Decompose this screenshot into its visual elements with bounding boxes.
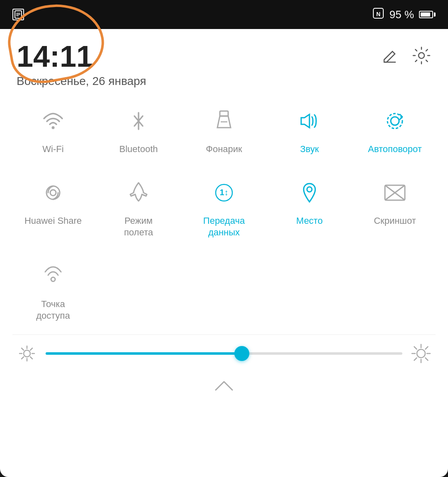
hotspot-label: Точкадоступа	[36, 298, 70, 322]
flashlight-icon	[207, 104, 241, 138]
header-actions	[381, 46, 431, 65]
huawei-share-icon	[37, 176, 70, 209]
svg-line-37	[426, 358, 428, 360]
battery-percentage: 95 %	[390, 8, 414, 21]
bluetooth-icon	[122, 104, 155, 138]
svg-point-8	[52, 126, 55, 129]
airplane-label: Режимполета	[124, 215, 153, 239]
status-bar: N 95 %	[0, 0, 448, 29]
screenshot-label: Скриншот	[374, 215, 416, 227]
sound-label: Звук	[300, 143, 319, 155]
data-transfer-toggle[interactable]: 1↕ Передачаданных	[183, 172, 265, 243]
svg-line-29	[30, 348, 32, 350]
svg-rect-9	[220, 111, 228, 116]
bluetooth-label: Bluetooth	[119, 143, 158, 155]
panel-header: 14:11 Воскресенье, 26 января	[0, 29, 448, 96]
wifi-icon	[37, 104, 70, 138]
quick-settings-row1: Wi-Fi Bluetooth Фонарик	[0, 96, 448, 168]
brightness-slider[interactable]	[46, 345, 402, 362]
status-right: N 95 %	[372, 7, 436, 22]
clock-date: Воскресенье, 26 января	[17, 75, 146, 88]
edit-button[interactable]	[381, 46, 399, 65]
hotspot-toggle[interactable]: Точкадоступа	[12, 255, 94, 326]
file-icon	[12, 9, 24, 20]
svg-text:1↕: 1↕	[219, 188, 228, 197]
screenshot-icon	[378, 176, 411, 209]
location-icon	[293, 176, 326, 209]
wifi-label: Wi-Fi	[42, 143, 63, 155]
svg-point-12	[391, 117, 399, 125]
hotspot-icon	[37, 259, 70, 293]
wifi-toggle[interactable]: Wi-Fi	[12, 100, 94, 160]
svg-point-14	[50, 190, 56, 196]
status-left	[12, 9, 24, 20]
screenshot-toggle[interactable]: Скриншот	[354, 172, 436, 243]
huawei-share-label: Huawei Share	[24, 215, 82, 227]
flashlight-toggle[interactable]: Фонарик	[183, 100, 265, 160]
brightness-max-icon	[411, 343, 431, 364]
flashlight-label: Фонарик	[206, 143, 242, 155]
location-label: Место	[296, 215, 323, 227]
data-transfer-icon: 1↕	[207, 176, 241, 209]
notification-panel: 14:11 Воскресенье, 26 января	[0, 29, 448, 477]
svg-line-39	[414, 358, 417, 360]
svg-line-30	[22, 357, 24, 359]
nfc-icon: N	[372, 7, 385, 22]
brightness-row	[0, 335, 448, 372]
svg-point-7	[419, 53, 424, 58]
svg-line-38	[426, 346, 428, 349]
autorotate-icon	[378, 104, 411, 138]
brightness-thumb[interactable]	[234, 346, 249, 361]
huawei-share-toggle[interactable]: Huawei Share	[12, 172, 94, 243]
clock-time: 14:11	[17, 41, 146, 71]
svg-text:N: N	[376, 11, 380, 17]
airplane-toggle[interactable]: Режимполета	[98, 172, 179, 243]
chevron-up-icon	[214, 378, 234, 396]
svg-point-17	[307, 187, 312, 192]
bluetooth-toggle[interactable]: Bluetooth	[98, 100, 179, 160]
chevron-row[interactable]	[0, 372, 448, 402]
sound-toggle[interactable]: Звук	[269, 100, 350, 160]
autorotate-label: Автоповорот	[368, 143, 422, 155]
brightness-track	[46, 352, 402, 355]
svg-line-36	[414, 346, 417, 349]
svg-line-28	[30, 357, 32, 359]
quick-settings-row3: Точкадоступа	[0, 251, 448, 334]
location-toggle[interactable]: Место	[269, 172, 350, 243]
data-transfer-label: Передачаданных	[203, 215, 245, 239]
sound-icon	[293, 104, 326, 138]
quick-settings-row2: Huawei Share Режимполета 1↕ Передачаданн…	[0, 168, 448, 251]
autorotate-toggle[interactable]: Автоповорот	[354, 100, 436, 160]
time-date: 14:11 Воскресенье, 26 января	[17, 41, 146, 88]
svg-point-22	[24, 350, 30, 357]
svg-point-11	[387, 114, 402, 128]
svg-point-31	[417, 349, 425, 358]
battery-icon	[419, 11, 436, 18]
svg-point-21	[51, 277, 55, 281]
brightness-fill	[46, 352, 242, 355]
settings-button[interactable]	[411, 46, 431, 65]
brightness-min-icon	[17, 343, 37, 364]
svg-line-27	[22, 348, 24, 350]
airplane-icon	[122, 176, 155, 209]
